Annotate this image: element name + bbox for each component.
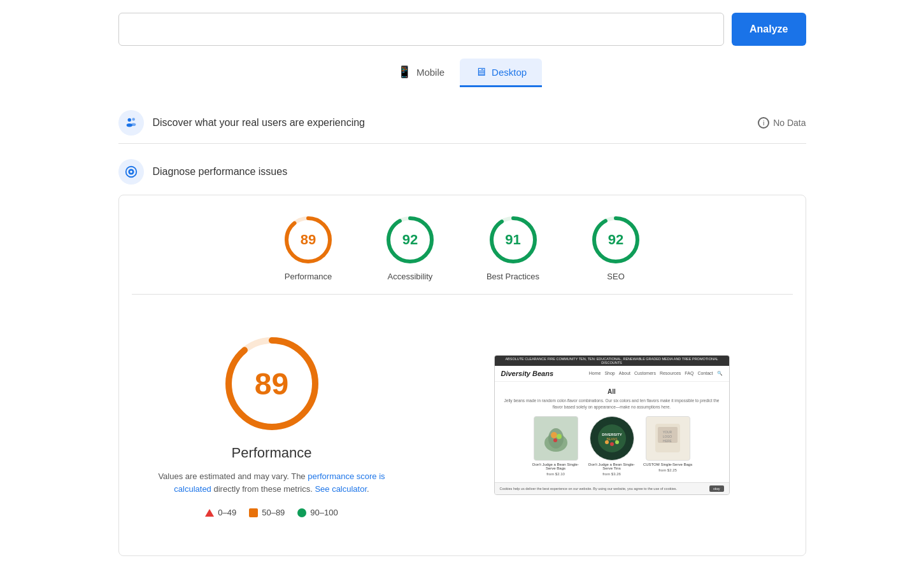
legend-range-mid: 50–89 xyxy=(262,508,285,517)
mockup-product-img-1 xyxy=(534,416,578,461)
perf-detail-left: 89 Performance Values are estimated and … xyxy=(132,320,412,530)
score-performance[interactable]: 89 Performance xyxy=(283,214,334,281)
website-screenshot: ABSOLUTE CLEARANCE FIRE COMMUNITY TEN, T… xyxy=(494,355,730,494)
tab-desktop-label: Desktop xyxy=(492,67,527,78)
scores-divider xyxy=(132,294,793,295)
svg-point-26 xyxy=(605,440,609,444)
legend-item-low: 0–49 xyxy=(205,508,236,517)
legend-item-mid: 50–89 xyxy=(249,508,285,517)
mockup-product-img-3: YOUR LOGO HERE xyxy=(646,416,690,461)
legend-row: 0–49 50–89 90–100 xyxy=(205,508,338,517)
real-users-title: Discover what your real users are experi… xyxy=(153,117,365,129)
score-value-accessibility: 92 xyxy=(402,232,418,248)
mockup-subtext: Jelly beans made in random color-flavor … xyxy=(504,398,720,409)
legend-triangle-icon xyxy=(205,509,214,517)
legend-range-high: 90–100 xyxy=(310,508,338,517)
mockup-product-1: Don't Judge a Bean Single-Serve Bags fro… xyxy=(530,416,581,476)
mockup-cookie-btn: okay xyxy=(709,485,724,492)
score-circle-performance: 89 xyxy=(283,214,334,265)
scores-card: 89 Performance 92 Accessibility xyxy=(118,195,806,556)
legend-circle-icon xyxy=(297,508,306,517)
mockup-heading: All xyxy=(504,388,720,395)
score-best-practices[interactable]: 91 Best Practices xyxy=(487,214,539,281)
tab-row: 📱 Mobile 🖥 Desktop xyxy=(118,59,806,87)
svg-point-28 xyxy=(615,440,619,444)
svg-point-18 xyxy=(548,428,564,449)
score-value-performance: 89 xyxy=(301,232,316,248)
svg-point-27 xyxy=(610,442,614,446)
mockup-product-price-1: from $2.10 xyxy=(546,472,565,476)
see-calc-link[interactable]: See calculator xyxy=(315,484,367,494)
legend-range-low: 0–49 xyxy=(218,508,236,517)
big-score-circle: 89 xyxy=(221,333,323,435)
score-label-performance: Performance xyxy=(285,272,332,281)
diagnose-section: Diagnose performance issues 89 Performan… xyxy=(118,159,806,556)
legend-square-icon xyxy=(249,508,258,517)
mockup-product-price-3: from $2.25 xyxy=(658,468,677,472)
score-label-best-practices: Best Practices xyxy=(487,272,539,281)
diagnose-title: Diagnose performance issues xyxy=(153,166,288,178)
big-score-label: Performance xyxy=(232,445,312,461)
score-value-seo: 92 xyxy=(608,232,623,248)
score-accessibility[interactable]: 92 Accessibility xyxy=(385,214,436,281)
svg-text:YOUR: YOUR xyxy=(663,430,672,434)
analyze-button[interactable]: Analyze xyxy=(732,13,806,46)
svg-point-21 xyxy=(553,438,557,442)
svg-text:HERE: HERE xyxy=(663,439,672,443)
score-circle-accessibility: 92 xyxy=(385,214,436,265)
score-label-accessibility: Accessibility xyxy=(388,272,433,281)
mockup-logo: Diversity Beans xyxy=(501,370,554,377)
info-icon: i xyxy=(758,117,769,129)
mockup-product-title-1: Don't Judge a Bean Single-Serve Bags xyxy=(530,463,581,470)
svg-point-0 xyxy=(127,118,131,122)
mockup-product-title-3: CUSTOM Single-Serve Bags xyxy=(643,463,692,466)
tab-mobile-label: Mobile xyxy=(416,67,444,78)
mockup-cookie-bar: Cookies help us deliver the best experie… xyxy=(495,482,729,494)
tab-mobile[interactable]: 📱 Mobile xyxy=(382,59,460,87)
score-value-best-practices: 91 xyxy=(505,232,520,248)
perf-description: Values are estimated and may vary. The p… xyxy=(151,470,393,495)
score-label-seo: SEO xyxy=(607,272,624,281)
legend-item-high: 90–100 xyxy=(297,508,338,517)
mockup-product-img-2: DIVERSITY BEANS xyxy=(590,416,634,461)
desc-start: Values are estimated and may vary. The xyxy=(158,471,308,481)
svg-text:DIVERSITY: DIVERSITY xyxy=(602,433,622,436)
perf-detail-right: ABSOLUTE CLEARANCE FIRE COMMUNITY TEN, T… xyxy=(431,320,793,530)
mockup-product-2: DIVERSITY BEANS Don't Judge a Bean Singl… xyxy=(586,416,637,476)
svg-point-19 xyxy=(551,432,557,438)
mockup-promo-bar: ABSOLUTE CLEARANCE FIRE COMMUNITY TEN, T… xyxy=(495,356,729,366)
diagnose-header: Diagnose performance issues xyxy=(118,159,806,185)
no-data-label: No Data xyxy=(773,118,806,128)
svg-text:BEANS: BEANS xyxy=(606,437,618,441)
svg-point-3 xyxy=(131,123,136,126)
mockup-cookie-text: Cookies help us deliver the best experie… xyxy=(500,487,678,491)
desktop-icon: 🖥 xyxy=(475,66,487,79)
diagnose-icon xyxy=(118,159,144,185)
svg-point-1 xyxy=(132,118,135,121)
score-circle-seo: 92 xyxy=(590,214,641,265)
mobile-icon: 📱 xyxy=(397,65,411,79)
svg-text:LOGO: LOGO xyxy=(663,435,672,438)
url-bar-row: https://q7ychdkdaz3fiq8z-41281880214.sho… xyxy=(118,13,806,46)
mockup-product-3: YOUR LOGO HERE CUSTOM Single-Serve Bags … xyxy=(643,416,693,476)
mockup-products: Don't Judge a Bean Single-Serve Bags fro… xyxy=(504,416,720,476)
svg-point-6 xyxy=(130,171,132,173)
tab-desktop[interactable]: 🖥 Desktop xyxy=(460,59,542,87)
mockup-nav-links: Home Shop About Customers Resources FAQ … xyxy=(589,371,723,376)
score-seo[interactable]: 92 SEO xyxy=(590,214,641,281)
desc-end: . xyxy=(367,484,369,494)
mockup-body: All Jelly beans made in random color-fla… xyxy=(495,382,729,482)
url-input[interactable]: https://q7ychdkdaz3fiq8z-41281880214.sho… xyxy=(118,13,725,46)
svg-point-20 xyxy=(557,434,562,439)
no-data-badge: i No Data xyxy=(758,117,806,129)
real-users-icon xyxy=(118,110,144,136)
scores-row: 89 Performance 92 Accessibility xyxy=(132,214,793,281)
big-score-value: 89 xyxy=(255,366,288,401)
bottom-section: 89 Performance Values are estimated and … xyxy=(132,307,793,543)
mockup-product-title-2: Don't Judge a Bean Single-Serve Tins xyxy=(586,463,637,470)
mockup-product-price-2: from $3.26 xyxy=(602,472,621,476)
real-users-banner: Discover what your real users are experi… xyxy=(118,102,806,144)
real-users-left: Discover what your real users are experi… xyxy=(118,110,365,136)
mockup-nav: Diversity Beans Home Shop About Customer… xyxy=(495,366,729,382)
desc-mid: directly from these metrics. xyxy=(211,484,315,494)
